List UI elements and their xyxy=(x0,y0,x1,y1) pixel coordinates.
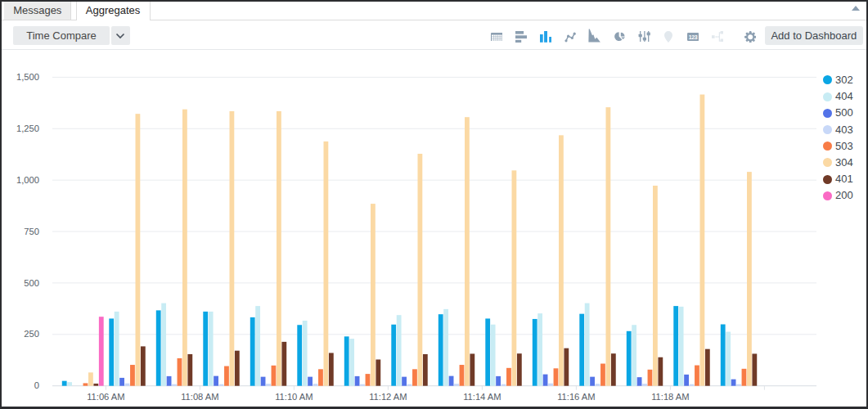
svg-text:0: 0 xyxy=(34,380,39,390)
svg-text:1,000: 1,000 xyxy=(16,175,39,185)
svg-text:11:12 AM: 11:12 AM xyxy=(369,392,407,402)
svg-text:750: 750 xyxy=(24,227,39,236)
svg-text:11:14 AM: 11:14 AM xyxy=(463,392,501,402)
svg-text:500: 500 xyxy=(24,278,39,288)
svg-text:11:18 AM: 11:18 AM xyxy=(651,392,689,402)
svg-text:1,250: 1,250 xyxy=(16,124,39,133)
svg-text:11:16 AM: 11:16 AM xyxy=(557,392,595,402)
svg-text:11:06 AM: 11:06 AM xyxy=(87,392,124,402)
svg-text:1,500: 1,500 xyxy=(16,72,39,82)
svg-text:11:10 AM: 11:10 AM xyxy=(275,392,313,402)
svg-text:11:08 AM: 11:08 AM xyxy=(181,392,218,402)
svg-text:250: 250 xyxy=(24,329,39,339)
